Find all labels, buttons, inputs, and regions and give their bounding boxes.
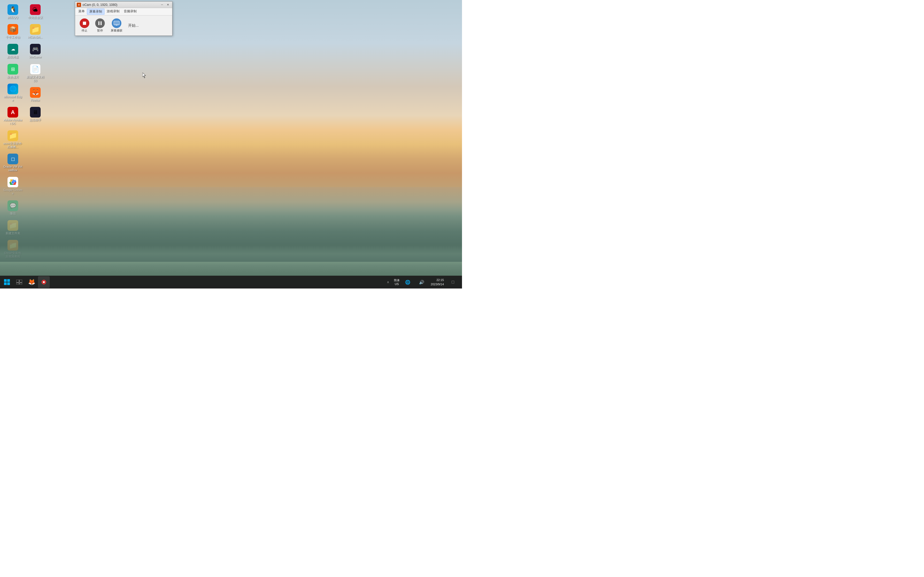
start-button[interactable] [1,276,13,288]
hcia-label: HCIA-DA... [28,35,42,39]
chrome-icon [8,177,18,187]
taskbar: 🦊 ∧ 简体 US 🌐 🔊 22 [0,276,462,288]
desktop-icon-ywmf[interactable]: ⊞ 业务魔方 [2,62,24,81]
edge-icon: 🌐 [8,84,18,94]
desktop-icon-qq[interactable]: 🐧 腾讯QQ [2,3,24,21]
ocam-window: o oCam (0, 0, 1920, 1080) ─ ✕ 菜单 屏幕录制 游戏… [75,2,173,36]
chrome-label: Google Chrome [3,188,23,195]
desktop-icon-vbox[interactable]: ◻ Oracle VM VirtualBox [2,152,24,174]
adobe-label: Adobe Acrobat DC [3,118,23,125]
desktop: 🐧 腾讯QQ 📦 千牛工作台 ☁ 必应网盘 ⊞ 业务魔方 🌐 Microsoft… [0,0,462,288]
svg-rect-21 [19,283,22,285]
desktop-icon-bing[interactable]: ☁ 必应网盘 [2,42,24,60]
edge-label: Microsoft Edge [3,95,23,102]
folder-new-icon: 📁 [8,220,18,231]
txt-label: 新建文本文档 (2) [26,75,45,82]
qianniu-icon: 📦 [8,24,18,35]
pause-icon [95,18,105,28]
pause-button[interactable]: 暂停 [93,17,107,34]
bianlv-label: 边沿助手 [29,118,41,122]
bing-icon: ☁ [8,44,18,55]
menu-item-game-record[interactable]: 游戏录制 [105,8,122,15]
bianlv-icon: 🖥 [30,107,40,118]
svg-rect-12 [115,22,119,24]
desktop-icon-hcia[interactable]: 📁 HCIA-DA... [24,23,46,40]
desktop-icons-container: 🐧 腾讯QQ 📦 千牛工作台 ☁ 必应网盘 ⊞ 业务魔方 🌐 Microsoft… [0,0,32,276]
stop-button[interactable]: 停止 [77,17,92,34]
screen-capture-button[interactable]: 屏幕捕获 [108,17,125,34]
clock-time: 22:15 [431,278,444,282]
ensp-folder-icon: 📁 [8,240,18,251]
close-button[interactable]: ✕ [165,3,171,7]
task-view-button[interactable] [13,276,25,288]
ocrm-label: ocrm安装软件·点播教... [3,142,23,149]
vbox-icon: ◻ [8,153,18,164]
svg-rect-10 [115,24,118,25]
desktop-icon-txt[interactable]: 📄 新建文本文档 (2) [24,62,46,84]
desktop-icon-bianlv[interactable]: 🖥 边沿助手 [24,105,46,123]
desktop-icon-adobe[interactable]: A Adobe Acrobat DC [2,105,24,127]
huawei-label: 华为云会议 [28,16,43,19]
firefox-icon: 🦊 [30,87,40,98]
qianniu-label: 千牛工作台 [6,35,20,39]
ocam-menu-bar: 菜单 屏幕录制 游戏录制 音频录制 [75,8,172,16]
svg-rect-19 [19,280,22,282]
ensp-label: ENSP安装包及视频教程 [3,251,23,258]
wechat-icon: 💬 [8,200,18,211]
hcia-icon: 📁 [30,24,40,35]
svg-text:☁: ☁ [11,47,15,51]
ocrm-folder-icon: 📁 [8,131,18,141]
language-indicator[interactable]: 简体 US [394,278,400,286]
clock-date: 2023/9/14 [431,282,444,287]
firefox-label: Firefox [31,98,40,102]
ywmf-icon: ⊞ [8,64,18,74]
desktop-icon-ocrm[interactable]: 📁 ocrm安装软件·点播教... [2,129,24,150]
ocam-window-icon: o [77,3,81,7]
desktop-icon-ensp[interactable]: 📁 ENSP安装包及视频教程 [2,238,24,260]
volume-button[interactable]: 🔊 [416,276,428,288]
taskbar-left: 🦊 [1,276,50,288]
qq-label: 腾讯QQ [8,16,18,19]
notification-button[interactable]: □ [447,276,459,288]
desktop-icon-chrome[interactable]: Google Chrome [2,175,24,197]
mouse-cursor [142,73,146,79]
svg-rect-17 [7,282,10,285]
desktop-icon-folder-new[interactable]: 📁 新建文件夹 [2,219,24,237]
folder-new-label: 新建文件夹 [6,232,20,235]
minimize-button[interactable]: ─ [159,3,165,7]
desktop-icon-edge[interactable]: 🌐 Microsoft Edge [2,82,24,104]
ocam-title-text: oCam (0, 0, 1920, 1080) [82,3,159,7]
taskbar-ocam-button[interactable] [38,276,50,288]
menu-item-main[interactable]: 菜单 [76,8,87,15]
stop-label: 停止 [82,29,87,32]
taskbar-firefox-button[interactable]: 🦊 [26,276,37,288]
svg-rect-6 [83,22,86,25]
menu-item-audio-record[interactable]: 音频录制 [122,8,139,15]
svg-rect-16 [4,282,7,285]
ocam-toolbar: 停止 暂停 [75,16,172,35]
desktop-icon-huawei[interactable]: 🌥 华为云会议 [24,3,46,21]
desktop-icon-wechat[interactable]: 💬 微信 [2,199,24,217]
menu-item-screen-record[interactable]: 屏幕录制 [87,8,105,15]
desktop-icon-qianniu[interactable]: 📦 千牛工作台 [2,23,24,40]
adobe-icon: A [8,107,18,118]
svg-rect-20 [16,283,19,285]
wegame-icon: 🎮 [30,44,40,55]
vbox-label: Oracle VM VirtualBox [3,165,23,172]
system-clock[interactable]: 22:15 2023/9/14 [430,278,445,287]
pause-label: 暂停 [97,29,103,32]
system-tray-expand-button[interactable]: ∧ [384,278,392,286]
svg-rect-18 [16,280,19,282]
wegame-label: WeGame [29,55,42,59]
stop-icon [80,18,89,28]
taskbar-system-tray: ∧ 简体 US 🌐 🔊 22:15 2023/9/14 □ [384,276,461,288]
screen-capture-icon [112,18,121,28]
ywmf-label: 业务魔方 [7,75,19,79]
desktop-icon-wegame[interactable]: 🎮 WeGame [24,42,46,60]
desktop-icon-firefox[interactable]: 🦊 Firefox [24,85,46,104]
bing-label: 必应网盘 [7,55,19,59]
huawei-icon: 🌥 [30,4,40,15]
svg-rect-14 [4,279,7,282]
network-button[interactable]: 🌐 [402,276,414,288]
svg-marker-13 [142,73,146,78]
